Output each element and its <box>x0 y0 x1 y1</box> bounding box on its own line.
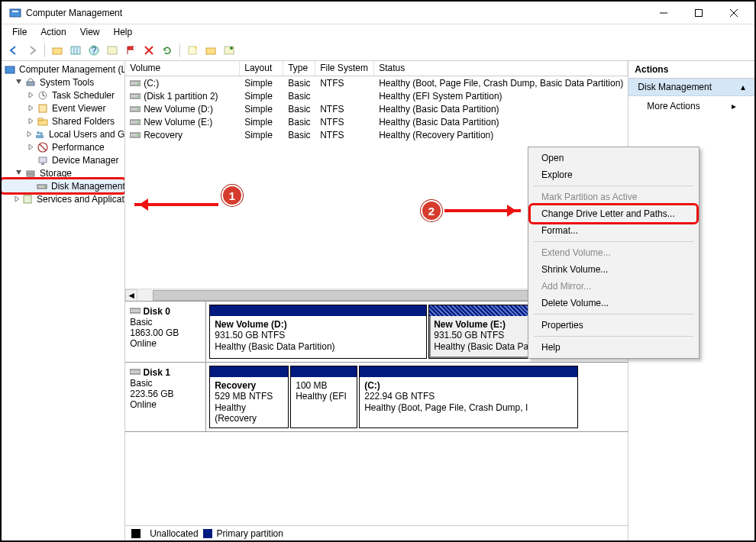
svg-rect-46 <box>130 369 141 374</box>
volume-row[interactable]: New Volume (D:)SimpleBasicNTFSHealthy (B… <box>125 102 628 115</box>
col-volume[interactable]: Volume <box>125 61 240 76</box>
tree-device-manager[interactable]: Device Manager <box>2 153 124 166</box>
flag-icon[interactable] <box>123 43 138 58</box>
svg-line-27 <box>40 144 46 150</box>
menu-file[interactable]: File <box>6 25 33 39</box>
svg-rect-45 <box>130 308 141 313</box>
partition[interactable]: 100 MBHealthy (EFI <box>290 366 357 428</box>
tree-local-users[interactable]: Local Users and Groups <box>2 127 124 140</box>
tree-task-scheduler[interactable]: Task Scheduler <box>2 89 124 102</box>
drive-icon <box>130 118 141 126</box>
svg-rect-20 <box>39 105 47 112</box>
svg-point-23 <box>37 131 40 134</box>
disk-row[interactable]: Disk 1Basic223.56 GBOnlineRecovery529 MB… <box>125 363 628 432</box>
ctx-properties[interactable]: Properties <box>531 317 696 334</box>
volume-row[interactable]: New Volume (E:)SimpleBasicNTFSHealthy (B… <box>125 115 628 128</box>
close-button[interactable] <box>716 2 751 24</box>
svg-rect-17 <box>5 66 15 73</box>
folder-up-icon[interactable] <box>50 43 65 58</box>
tree-system-tools[interactable]: System Tools <box>2 76 124 89</box>
menu-action[interactable]: Action <box>34 25 72 39</box>
ctx-delete[interactable]: Delete Volume... <box>531 295 696 311</box>
actions-group[interactable]: Disk Management ▴ <box>628 79 754 96</box>
drive-icon <box>130 79 141 87</box>
tree-event-viewer[interactable]: Event Viewer <box>2 102 124 115</box>
new-item-icon[interactable] <box>185 43 200 58</box>
app-icon <box>9 7 21 19</box>
volume-row[interactable]: RecoverySimpleBasicNTFSHealthy (Recovery… <box>125 128 628 141</box>
svg-point-44 <box>137 134 139 136</box>
drive-icon <box>130 131 141 139</box>
volume-list-header[interactable]: Volume Layout Type File System Status <box>125 61 628 76</box>
rescan-icon[interactable] <box>221 43 237 58</box>
tree-performance[interactable]: Performance <box>2 140 124 153</box>
ctx-shrink[interactable]: Shrink Volume... <box>531 261 696 278</box>
svg-rect-31 <box>27 174 34 176</box>
ctx-change-drive-letter[interactable]: Change Drive Letter and Paths... <box>531 205 696 222</box>
col-type[interactable]: Type <box>283 61 315 76</box>
forward-icon[interactable] <box>24 43 40 58</box>
drive-icon <box>130 92 141 100</box>
actions-more[interactable]: More Actions ▸ <box>628 96 754 116</box>
volume-row[interactable]: (Disk 1 partition 2)SimpleBasicHealthy (… <box>125 89 628 102</box>
partition[interactable]: Recovery529 MB NTFSHealthy (Recovery <box>209 366 289 428</box>
volume-row[interactable]: (C:)SimpleBasicNTFSHealthy (Boot, Page F… <box>125 76 628 89</box>
tree-storage[interactable]: Storage <box>2 166 124 179</box>
svg-rect-3 <box>696 9 703 16</box>
partition[interactable]: New Volume (D:)931.50 GB NTFSHealthy (Ba… <box>209 305 427 359</box>
window-title: Computer Management <box>26 8 646 18</box>
svg-point-33 <box>44 186 46 187</box>
svg-rect-0 <box>10 9 21 17</box>
collapse-icon[interactable]: ▴ <box>741 82 745 92</box>
minimize-button[interactable] <box>646 2 681 24</box>
col-status[interactable]: Status <box>374 61 628 76</box>
columns-icon[interactable] <box>68 43 83 58</box>
menu-view[interactable]: View <box>74 25 106 39</box>
svg-point-40 <box>137 108 139 110</box>
svg-rect-12 <box>108 47 117 54</box>
context-menu[interactable]: Open Explore Mark Partition as Active Ch… <box>528 147 699 359</box>
partition[interactable]: (C:)222.94 GB NTFSHealthy (Boot, Page Fi… <box>359 366 578 428</box>
legend: Unallocated Primary partition <box>125 525 628 540</box>
ctx-help[interactable]: Help <box>531 339 696 356</box>
ctx-format[interactable]: Format... <box>531 222 696 239</box>
volume-list[interactable]: (C:)SimpleBasicNTFSHealthy (Boot, Page F… <box>125 76 628 141</box>
ctx-open[interactable]: Open <box>531 150 696 166</box>
scroll-thumb[interactable] <box>153 290 565 301</box>
svg-point-16 <box>230 47 233 50</box>
svg-point-24 <box>40 132 43 135</box>
disk-icon <box>130 307 141 315</box>
svg-rect-28 <box>39 157 47 163</box>
menu-bar: File Action View Help <box>2 24 754 40</box>
actions-header: Actions <box>628 61 754 79</box>
svg-rect-30 <box>27 171 34 173</box>
help-icon[interactable]: ? <box>86 43 102 58</box>
refresh-icon[interactable] <box>160 43 175 58</box>
chevron-right-icon: ▸ <box>732 101 736 111</box>
ctx-add-mirror: Add Mirror... <box>531 278 696 295</box>
folder-icon[interactable] <box>203 43 218 58</box>
svg-rect-14 <box>206 48 215 54</box>
tree-services-apps[interactable]: Services and Applications <box>2 192 124 205</box>
back-icon[interactable] <box>6 43 21 58</box>
svg-rect-1 <box>12 11 18 12</box>
col-layout[interactable]: Layout <box>240 61 283 76</box>
svg-rect-25 <box>36 135 44 138</box>
maximize-button[interactable] <box>681 2 716 24</box>
menu-help[interactable]: Help <box>108 25 139 39</box>
col-filesystem[interactable]: File System <box>315 61 374 76</box>
tree-root[interactable]: Computer Management (Local <box>2 63 124 76</box>
svg-rect-34 <box>24 195 31 203</box>
delete-icon[interactable] <box>141 43 157 58</box>
tree-disk-management[interactable]: Disk Management <box>2 179 124 192</box>
svg-point-38 <box>137 95 139 97</box>
ctx-explore[interactable]: Explore <box>531 166 696 183</box>
svg-rect-7 <box>71 47 80 54</box>
list-icon[interactable] <box>105 43 120 58</box>
svg-rect-22 <box>38 118 43 121</box>
navigation-tree[interactable]: Computer Management (Local System Tools … <box>2 61 125 540</box>
ctx-mark-partition: Mark Partition as Active <box>531 189 696 205</box>
legend-swatch-unallocated <box>131 529 141 538</box>
tree-shared-folders[interactable]: Shared Folders <box>2 115 124 127</box>
scroll-left-icon[interactable]: ◄ <box>125 289 137 302</box>
